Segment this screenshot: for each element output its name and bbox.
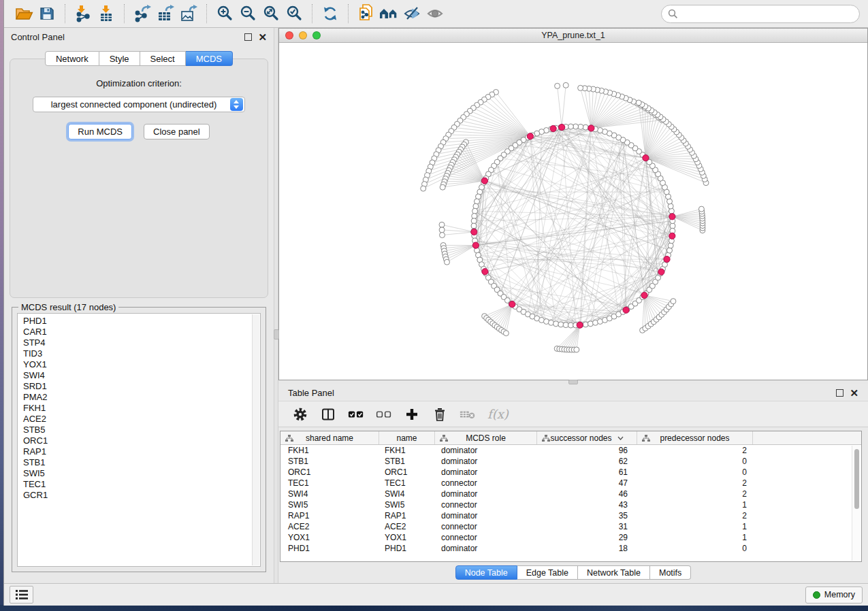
zoom-selected-button[interactable] bbox=[283, 3, 306, 24]
table-row[interactable]: SWI5 SWI5 connector 43 1 bbox=[280, 499, 861, 510]
memory-button[interactable]: Memory bbox=[805, 587, 863, 604]
mcds-result-item[interactable]: PHD1 bbox=[23, 316, 255, 327]
close-window-icon[interactable] bbox=[285, 31, 293, 39]
run-mcds-button[interactable]: Run MCDS bbox=[68, 124, 132, 139]
mcds-result-item[interactable]: RAP1 bbox=[23, 446, 255, 457]
deselect-all-button[interactable] bbox=[376, 406, 392, 423]
table-split-divider[interactable] bbox=[278, 380, 868, 384]
zoom-out-button[interactable] bbox=[236, 3, 259, 24]
column-header-predecessor-nodes[interactable]: predecessor nodes bbox=[637, 431, 753, 444]
cell-successor-nodes: 61 bbox=[537, 467, 637, 477]
table-row[interactable]: TEC1 TEC1 connector 47 2 bbox=[280, 478, 861, 489]
float-panel-icon[interactable] bbox=[244, 33, 252, 41]
float-panel-icon[interactable] bbox=[836, 389, 843, 397]
table-row[interactable]: SWI4 SWI4 dominator 46 2 bbox=[280, 489, 861, 499]
zoom-in-button[interactable] bbox=[213, 3, 236, 24]
mcds-result-item[interactable]: TEC1 bbox=[23, 479, 255, 490]
table-row[interactable]: FKH1 FKH1 dominator 96 2 bbox=[280, 445, 861, 456]
hide-selected-icon bbox=[403, 5, 422, 22]
mcds-result-item[interactable]: SRD1 bbox=[23, 381, 255, 392]
tab-node-table[interactable]: Node Table bbox=[455, 565, 517, 580]
network-frame-titlebar[interactable]: YPA_prune.txt_1 bbox=[279, 29, 867, 43]
select-all-button[interactable] bbox=[348, 406, 364, 423]
mcds-result-item[interactable]: ORC1 bbox=[23, 435, 255, 446]
tab-mcds[interactable]: MCDS bbox=[186, 51, 233, 66]
export-table-button[interactable] bbox=[154, 3, 177, 24]
table-row[interactable]: YOX1 YOX1 connector 29 1 bbox=[280, 532, 861, 543]
cell-name: YOX1 bbox=[379, 533, 435, 542]
import-network-button[interactable] bbox=[71, 3, 95, 24]
table-settings-button[interactable] bbox=[292, 406, 308, 423]
export-network-button[interactable] bbox=[131, 3, 154, 24]
optimization-criterion-select[interactable]: largest connected component (undirected) bbox=[33, 97, 245, 112]
search-input[interactable] bbox=[682, 9, 853, 19]
table-row[interactable]: ORC1 ORC1 dominator 61 0 bbox=[280, 467, 861, 478]
close-panel-icon[interactable]: ✕ bbox=[850, 389, 858, 397]
mcds-result-item[interactable]: SWI5 bbox=[23, 468, 255, 479]
hide-selected-button[interactable] bbox=[401, 3, 424, 24]
mcds-result-item[interactable]: ACE2 bbox=[23, 414, 255, 425]
mcds-result-item[interactable]: STB1 bbox=[23, 457, 255, 468]
control-panel-tabs: Network Style Select MCDS bbox=[4, 51, 274, 66]
open-file-button[interactable] bbox=[12, 3, 35, 24]
cell-successor-nodes: 96 bbox=[537, 446, 637, 455]
close-panel-icon[interactable]: ✕ bbox=[258, 33, 267, 41]
cell-predecessor-nodes: 0 bbox=[637, 467, 753, 477]
table-scrollbar-thumb[interactable] bbox=[854, 449, 859, 509]
mcds-result-item[interactable]: SWI4 bbox=[23, 370, 255, 381]
close-panel-button[interactable]: Close panel bbox=[144, 124, 210, 139]
show-all-button[interactable] bbox=[424, 3, 447, 24]
column-header-shared-name[interactable]: shared name bbox=[280, 431, 379, 444]
tab-motifs[interactable]: Motifs bbox=[650, 565, 691, 580]
table-row[interactable]: PHD1 PHD1 dominator 18 0 bbox=[280, 543, 861, 554]
minimize-window-icon[interactable] bbox=[299, 31, 307, 39]
table-scrollbar[interactable] bbox=[852, 446, 861, 561]
save-session-button[interactable] bbox=[35, 3, 59, 24]
delete-column-button[interactable] bbox=[432, 406, 448, 423]
table-row[interactable]: RAP1 RAP1 dominator 35 2 bbox=[280, 510, 861, 521]
tab-select[interactable]: Select bbox=[140, 51, 186, 66]
maximize-window-icon[interactable] bbox=[312, 31, 321, 39]
mcds-result-item[interactable]: YOX1 bbox=[23, 359, 255, 370]
mcds-result-item[interactable]: STB5 bbox=[23, 425, 255, 435]
toolbar-separator bbox=[312, 4, 312, 23]
zoom-fit-button[interactable] bbox=[259, 3, 283, 24]
mcds-result-item[interactable]: CAR1 bbox=[23, 327, 255, 337]
cell-predecessor-nodes: 2 bbox=[637, 478, 753, 488]
function-builder-button[interactable]: f(x) bbox=[487, 406, 509, 423]
mcds-list-scrollbar[interactable] bbox=[252, 314, 259, 565]
refresh-view-button[interactable] bbox=[319, 3, 342, 24]
mcds-result-item[interactable]: GCR1 bbox=[23, 490, 255, 501]
table-row[interactable]: STB1 STB1 dominator 62 0 bbox=[280, 456, 861, 467]
column-header-mcds-role[interactable]: MCDS role bbox=[435, 431, 537, 444]
import-table-button[interactable] bbox=[95, 3, 118, 24]
panel-split-divider[interactable] bbox=[274, 28, 278, 583]
network-graph[interactable] bbox=[279, 43, 867, 380]
new-network-from-selection-button[interactable] bbox=[355, 3, 378, 24]
mcds-result-item[interactable]: TID3 bbox=[23, 348, 255, 359]
tab-edge-table[interactable]: Edge Table bbox=[517, 565, 578, 580]
mcds-result-list[interactable]: PHD1CAR1STP4TID3YOX1SWI4SRD1PMA2FKH1ACE2… bbox=[17, 313, 261, 567]
divider-handle[interactable] bbox=[274, 329, 279, 340]
add-column-button[interactable] bbox=[404, 406, 420, 423]
network-canvas[interactable] bbox=[279, 43, 867, 380]
mcds-result-item[interactable]: PMA2 bbox=[23, 392, 255, 403]
tab-network[interactable]: Network bbox=[45, 51, 99, 66]
cell-successor-nodes: 31 bbox=[537, 522, 637, 531]
save-icon bbox=[39, 5, 55, 22]
mcds-result-item[interactable]: STP4 bbox=[23, 337, 255, 348]
divider-handle[interactable] bbox=[568, 380, 578, 384]
tab-style[interactable]: Style bbox=[99, 51, 140, 66]
tab-network-table[interactable]: Network Table bbox=[578, 565, 650, 580]
toolbar-separator bbox=[348, 4, 349, 23]
mcds-result-item[interactable]: FKH1 bbox=[23, 403, 255, 414]
table-row[interactable]: ACE2 ACE2 connector 31 1 bbox=[280, 521, 861, 532]
column-header-name[interactable]: name bbox=[379, 431, 435, 444]
delete-table-button[interactable] bbox=[460, 406, 476, 423]
column-header-successor-nodes[interactable]: successor nodes bbox=[537, 431, 637, 444]
desktop-wallpaper-bottom bbox=[0, 605, 868, 611]
first-neighbors-button[interactable] bbox=[378, 3, 401, 24]
split-view-button[interactable] bbox=[320, 406, 336, 423]
task-history-button[interactable] bbox=[10, 586, 33, 604]
export-image-button[interactable] bbox=[177, 3, 200, 24]
